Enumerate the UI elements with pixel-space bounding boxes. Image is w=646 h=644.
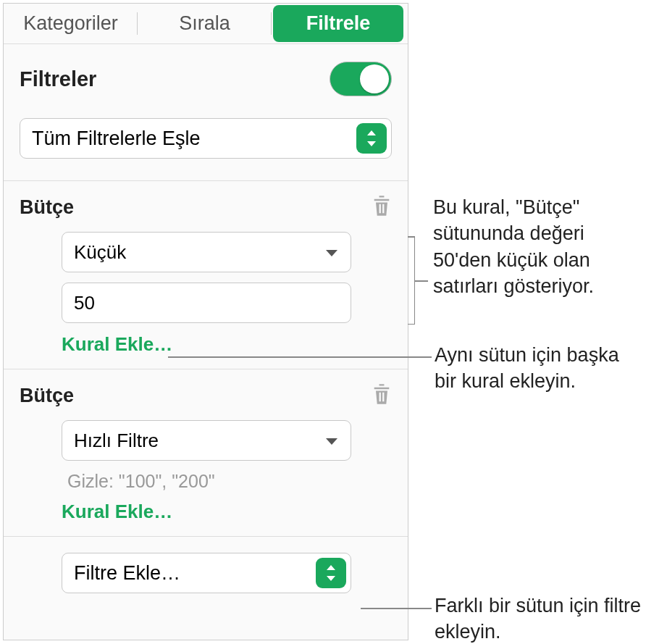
callout-bracket (414, 236, 415, 325)
match-mode-select[interactable]: Tüm Filtrelerle Eşle (20, 118, 392, 159)
column-title: Bütçe (20, 385, 74, 407)
filter-block-1: Bütçe Küçük 50 Kural Ekle… (4, 181, 408, 356)
trash-icon[interactable] (372, 382, 392, 409)
callout-line (361, 608, 432, 609)
quick-filter-hint: Gizle: "100", "200" (67, 471, 392, 492)
filters-title: Filtreler (20, 67, 96, 91)
filters-toggle[interactable] (330, 62, 392, 96)
add-rule-button[interactable]: Kural Ekle… (62, 333, 392, 356)
chevron-down-icon (324, 430, 339, 452)
filter-block-2: Bütçe Hızlı Filtre Gizle: "100", "200" K… (4, 369, 408, 523)
add-rule-button[interactable]: Kural Ekle… (62, 501, 392, 523)
operator-select[interactable]: Hızlı Filtre (62, 420, 351, 461)
match-mode-label: Tüm Filtrelerle Eşle (32, 127, 201, 150)
callout-line (168, 356, 432, 358)
tab-categories[interactable]: Kategoriler (4, 4, 138, 43)
filters-header: Filtreler (4, 44, 408, 104)
operator-label: Hızlı Filtre (74, 430, 159, 452)
add-filter-label: Filtre Ekle… (74, 562, 180, 585)
updown-icon (356, 123, 387, 154)
match-mode-row: Tüm Filtrelerle Eşle (4, 104, 408, 167)
operator-label: Küçük (74, 241, 126, 264)
tab-filter[interactable]: Filtrele (273, 5, 403, 42)
add-rule-label: Kural Ekle… (62, 333, 172, 355)
callout-add-filter: Farklı bir sütun için filtre ekleyin. (435, 593, 645, 644)
operator-select[interactable]: Küçük (62, 232, 351, 272)
updown-icon (316, 558, 346, 588)
add-rule-label: Kural Ekle… (62, 501, 172, 522)
column-title: Bütçe (20, 196, 74, 219)
tab-label: Filtrele (306, 12, 371, 35)
tabbar: Kategoriler Sırala Filtrele (4, 4, 408, 44)
tab-label: Kategoriler (23, 12, 118, 35)
trash-icon[interactable] (372, 194, 392, 220)
callout-rule-desc: Bu kural, "Bütçe" sütununda değeri 50'de… (433, 194, 643, 300)
value-input[interactable]: 50 (62, 283, 351, 323)
chevron-down-icon (324, 241, 339, 264)
callout-add-rule: Aynı sütun için başka bir kural ekleyin. (435, 342, 645, 395)
add-filter-select[interactable]: Filtre Ekle… (62, 553, 351, 593)
tab-label: Sırala (179, 12, 230, 35)
value-text: 50 (74, 292, 95, 314)
filter-panel: Kategoriler Sırala Filtrele Filtreler Tü… (3, 3, 408, 640)
tab-sort[interactable]: Sırala (138, 4, 272, 43)
